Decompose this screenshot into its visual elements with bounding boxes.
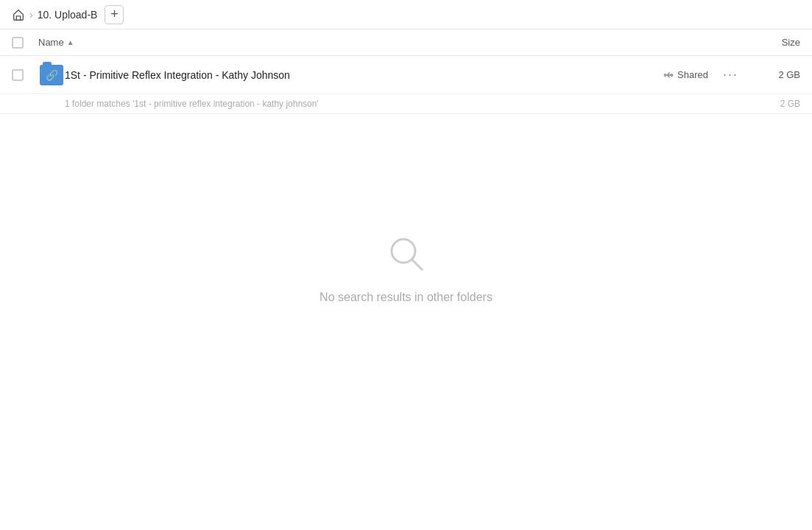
empty-state-message: No search results in other folders	[319, 291, 493, 304]
empty-state: No search results in other folders	[0, 232, 812, 304]
more-menu-button[interactable]: ···	[720, 64, 741, 85]
sort-arrow-icon: ▲	[67, 38, 74, 46]
svg-point-1	[664, 74, 666, 76]
row-checkbox-container[interactable]	[12, 69, 38, 81]
folder-icon: 🔗	[38, 65, 65, 85]
file-actions: Shared ···	[663, 64, 741, 85]
add-button[interactable]: +	[105, 5, 124, 24]
breadcrumb-separator: ›	[29, 9, 33, 21]
home-button[interactable]	[12, 8, 25, 21]
match-hint-text: 1 folder matches '1st - primitive reflex…	[65, 99, 319, 109]
folder-icon-box: 🔗	[40, 65, 63, 85]
select-all-checkbox-container[interactable]	[12, 37, 38, 49]
file-name: 1St - Primitive Reflex Integration - Kat…	[65, 69, 663, 81]
empty-search-icon	[384, 232, 428, 279]
shared-badge: Shared	[663, 69, 708, 80]
name-column-header[interactable]: Name ▲	[38, 37, 741, 48]
match-hint-size: 2 GB	[780, 99, 800, 109]
row-checkbox[interactable]	[12, 69, 24, 81]
match-hint-row: 1 folder matches '1st - primitive reflex…	[0, 94, 812, 114]
size-column-header: Size	[741, 37, 800, 48]
table-header: Name ▲ Size	[0, 29, 812, 56]
shared-link-icon	[663, 70, 674, 80]
select-all-checkbox[interactable]	[12, 37, 24, 49]
file-size: 2 GB	[741, 69, 800, 80]
breadcrumb-bar: › 10. Upload-B +	[0, 0, 812, 29]
file-row[interactable]: 🔗 1St - Primitive Reflex Integration - K…	[0, 56, 812, 94]
link-icon: 🔗	[46, 69, 58, 81]
svg-line-3	[412, 259, 423, 270]
shared-label: Shared	[677, 69, 708, 80]
breadcrumb-current: 10. Upload-B	[38, 9, 98, 21]
